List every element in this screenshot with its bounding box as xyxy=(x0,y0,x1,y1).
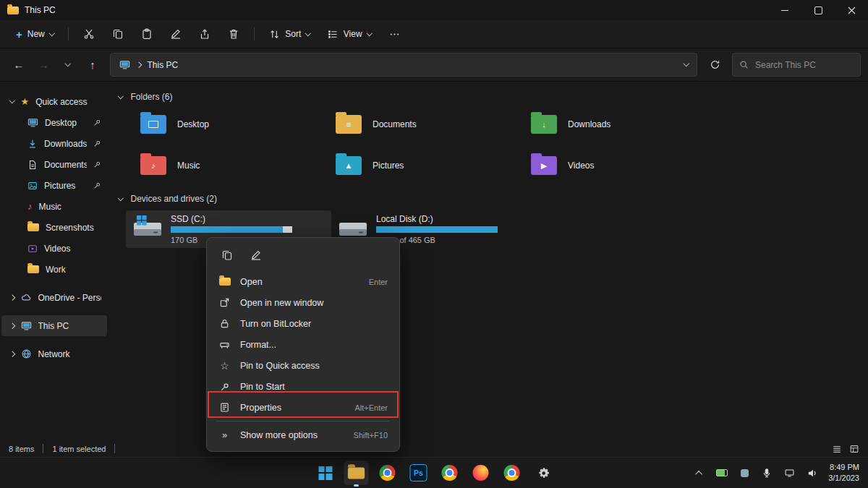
menu-item-bitlocker[interactable]: Turn on BitLocker xyxy=(211,313,395,334)
this-pc-icon xyxy=(21,320,32,331)
pin-icon xyxy=(93,140,101,147)
battery-icon xyxy=(716,469,728,476)
search-box[interactable] xyxy=(732,53,861,77)
details-view-toggle-icon[interactable] xyxy=(849,444,859,454)
sort-label: Sort xyxy=(285,29,301,39)
taskbar-browser-1[interactable] xyxy=(375,461,400,485)
status-divider xyxy=(43,444,43,453)
start-button[interactable] xyxy=(313,461,338,485)
folder-downloads[interactable]: ↓ Downloads xyxy=(527,108,709,140)
drives-section-header[interactable]: Devices and drives (2) xyxy=(119,190,868,207)
sidebar-item-documents[interactable]: Documents xyxy=(1,154,107,175)
sidebar-item-label: Music xyxy=(39,202,102,212)
folder-desktop[interactable]: Desktop xyxy=(136,108,318,140)
tray-microphone[interactable] xyxy=(757,462,777,484)
folder-documents[interactable]: ≡ Documents xyxy=(331,108,514,140)
copy-button[interactable] xyxy=(105,23,131,45)
cut-button[interactable] xyxy=(76,23,102,45)
menu-item-properties[interactable]: Properties Alt+Enter xyxy=(211,397,395,418)
more-options-button[interactable] xyxy=(381,23,407,45)
refresh-button[interactable] xyxy=(703,54,726,76)
sidebar-item-videos[interactable]: Videos xyxy=(1,238,107,259)
sidebar-item-onedrive[interactable]: OneDrive - Personal xyxy=(1,287,107,308)
clock-date: 3/1/2023 xyxy=(828,473,859,484)
folder-videos[interactable]: ▶ Videos xyxy=(527,150,709,181)
folder-icon xyxy=(27,265,39,273)
sidebar-item-work[interactable]: Work xyxy=(1,259,107,280)
sidebar-item-network[interactable]: Network xyxy=(1,343,107,364)
sidebar-item-quick-access[interactable]: ★ Quick access xyxy=(1,91,107,112)
new-label: New xyxy=(27,29,45,39)
tray-display[interactable] xyxy=(779,462,799,484)
sidebar-item-pictures[interactable]: Pictures xyxy=(1,175,107,196)
share-button[interactable] xyxy=(192,23,218,45)
hidden-icons-chevron[interactable] xyxy=(689,462,710,484)
taskbar-photoshop[interactable]: Ps xyxy=(407,461,431,485)
menu-item-pin-start[interactable]: Pin to Start xyxy=(211,376,395,397)
drives-section-label: Devices and drives (2) xyxy=(131,194,217,204)
sidebar-item-label: Network xyxy=(38,349,102,359)
refresh-icon xyxy=(710,59,720,70)
sidebar-item-desktop[interactable]: Desktop xyxy=(1,112,107,133)
delete-button[interactable] xyxy=(221,23,247,45)
pin-icon xyxy=(93,119,101,127)
folder-music[interactable]: ♪ Music xyxy=(136,150,318,181)
menu-item-pin-quick-access[interactable]: ☆ Pin to Quick access xyxy=(211,355,395,376)
rename-quick-button[interactable] xyxy=(244,245,268,265)
minimize-icon xyxy=(781,10,788,11)
maximize-button[interactable] xyxy=(801,0,835,20)
breadcrumb[interactable]: This PC xyxy=(148,60,179,70)
expand-chevron-icon xyxy=(9,351,15,357)
sort-button[interactable]: Sort xyxy=(262,23,318,45)
copy-quick-button[interactable] xyxy=(216,245,239,265)
menu-item-format[interactable]: Format... xyxy=(211,334,395,355)
taskbar-clock[interactable]: 8:49 PM 3/1/2023 xyxy=(824,462,865,484)
search-input[interactable] xyxy=(754,59,854,71)
clock-time: 8:49 PM xyxy=(828,462,859,473)
forward-button[interactable]: → xyxy=(32,54,55,76)
taskbar-file-explorer[interactable] xyxy=(344,461,369,485)
tray-volume[interactable] xyxy=(801,462,822,484)
collapse-chevron-icon xyxy=(118,93,124,99)
taskbar-browser-4[interactable] xyxy=(500,461,524,485)
divider xyxy=(254,27,255,40)
expand-chevron-icon xyxy=(9,323,15,329)
explorer-body: ★ Quick access Desktop Downloads Documen… xyxy=(0,81,868,440)
tray-status-icon[interactable] xyxy=(734,462,754,484)
taskbar-settings[interactable] xyxy=(531,461,556,485)
tray-battery-status[interactable] xyxy=(712,462,732,484)
view-button[interactable]: View xyxy=(320,23,378,45)
menu-item-open[interactable]: Open Enter xyxy=(211,271,395,292)
item-count: 8 items xyxy=(9,445,34,453)
menu-item-open-new-window[interactable]: Open in new window xyxy=(211,292,395,313)
sidebar-item-screenshots[interactable]: Screenshots xyxy=(1,217,107,238)
sidebar-item-label: Documents xyxy=(44,160,87,170)
rename-icon xyxy=(250,249,262,261)
folders-section-header[interactable]: Folders (6) xyxy=(119,88,868,106)
minimize-button[interactable] xyxy=(768,0,801,20)
back-button[interactable]: ← xyxy=(7,54,30,76)
up-button[interactable]: ↑ xyxy=(81,54,104,76)
sidebar-item-music[interactable]: ♪ Music xyxy=(1,196,107,217)
menu-item-show-more-options[interactable]: » Show more options Shift+F10 xyxy=(211,424,395,445)
volume-icon xyxy=(807,468,817,479)
pin-icon xyxy=(93,181,101,189)
new-button[interactable]: + New xyxy=(9,23,61,45)
drive-capacity-bar xyxy=(376,226,498,233)
recent-locations-button[interactable] xyxy=(56,54,80,76)
rename-button[interactable] xyxy=(163,23,189,45)
taskbar-browser-2[interactable] xyxy=(438,461,462,485)
open-folder-icon xyxy=(219,278,231,286)
folder-label: Desktop xyxy=(177,119,209,129)
address-bar[interactable]: This PC xyxy=(110,53,697,77)
list-view-toggle-icon[interactable] xyxy=(832,444,842,454)
close-button[interactable] xyxy=(835,0,868,20)
sidebar-item-this-pc[interactable]: This PC xyxy=(1,315,107,336)
address-dropdown-icon[interactable] xyxy=(683,61,689,67)
paste-button[interactable] xyxy=(134,23,160,45)
folder-pictures[interactable]: ▲ Pictures xyxy=(331,150,514,181)
menu-item-label: Open in new window xyxy=(240,298,378,308)
taskbar-browser-3[interactable] xyxy=(469,461,493,485)
sidebar-item-downloads[interactable]: Downloads xyxy=(1,133,107,154)
chrome-icon xyxy=(442,465,458,481)
